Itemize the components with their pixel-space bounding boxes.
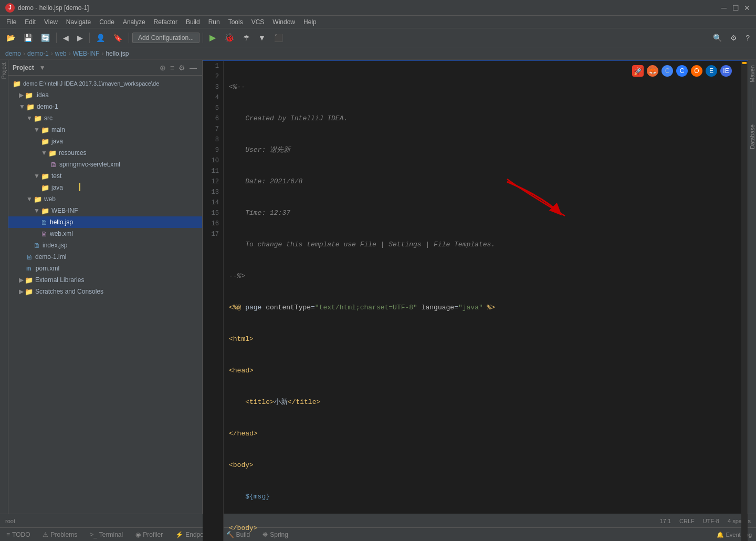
menu-code[interactable]: Code [95,17,119,27]
code-text-14b: ${msg} [245,492,270,502]
bottom-tab-terminal[interactable]: >_ Terminal [88,530,125,539]
main-folder-icon: 📁 [41,126,49,134]
chromium-icon[interactable]: C [676,65,688,77]
panel-collapse-button[interactable]: ≡ [169,63,175,73]
code-area[interactable]: 1 2 3 4 5 6 7 8 9 10 11 12 13 14 15 16 1 [203,61,748,541]
bookmark-button[interactable]: 🔖 [110,30,125,45]
tree-test[interactable]: ▼ 📁 test [8,170,202,182]
line-num-17: 17 [207,229,219,240]
code-content[interactable]: <%-- Created by IntelliJ IDEA. User: 谢先新… [224,61,741,541]
tree-main[interactable]: ▼ 📁 main [8,124,202,136]
tree-root[interactable]: 📁 demo E:\IntelliJ IDEA 2017.3.1\maven_w… [8,78,202,89]
menu-vcs[interactable]: VCS [247,17,269,27]
tree-index-jsp[interactable]: 🗎 index.jsp [8,240,202,251]
database-label[interactable]: Database [749,124,755,149]
code-line-14: ${msg} [229,492,736,502]
add-configuration-button[interactable]: Add Configuration... [132,33,200,43]
editor-wrapper[interactable]: 1 2 3 4 5 6 7 8 9 10 11 12 13 14 15 16 1 [203,61,748,541]
breadcrumb-webinf[interactable]: WEB-INF [73,50,100,57]
back-button[interactable]: ◀ [60,30,72,45]
tree-demo1[interactable]: ▼ 📁 demo-1 [8,101,202,112]
chrome-icon[interactable]: C [662,65,673,77]
window-controls[interactable]: ─ ☐ ✕ [720,4,751,12]
panel-hide-button[interactable]: — [188,63,198,73]
help-button[interactable]: ? [742,30,753,45]
profile-button[interactable]: 👤 [93,30,108,45]
open-button[interactable]: 📂 [3,30,18,45]
menu-analyze[interactable]: Analyze [119,17,150,27]
breadcrumb-web[interactable]: web [55,50,67,57]
code-text-14a [229,492,245,502]
debug-button[interactable]: 🐞 [221,30,238,45]
stop-button[interactable]: ⬛ [271,30,286,45]
endpoints-icon: ⚡ [175,531,183,538]
run-button[interactable]: ▶ [206,30,219,45]
sync-button[interactable]: 🔄 [38,30,53,45]
menu-refactor[interactable]: Refactor [150,17,182,27]
maven-label[interactable]: Maven [749,65,755,82]
tree-scratches[interactable]: ▶ 📁 Scratches and Consoles [8,286,202,297]
tree-test-java[interactable]: 📁 java [8,182,202,193]
bottom-tab-problems[interactable]: ⚠ Problems [40,530,79,539]
menu-navigate[interactable]: Navigate [62,17,95,27]
tree-src[interactable]: ▼ 📁 src [8,112,202,124]
code-text-10: <head> [229,366,254,376]
line-num-1: 1 [207,61,219,71]
tree-external-libs[interactable]: ▶ 📁 External Libraries [8,274,202,286]
tree-web[interactable]: ▼ 📁 web [8,193,202,205]
coverage-button[interactable]: ☂ [240,30,253,45]
tree-springmvc-xml[interactable]: 🗎 springmvc-servlet.xml [8,159,202,170]
panel-settings-button[interactable]: ⚙ [177,63,186,73]
code-text-6: To change this template use File | Setti… [229,240,495,250]
code-text-11a [229,397,245,408]
menu-file[interactable]: File [2,17,20,27]
menu-help[interactable]: Help [299,17,321,27]
line-num-5: 5 [207,103,219,113]
maximize-button[interactable]: ☐ [732,4,739,12]
tree-webinf[interactable]: ▼ 📁 WEB-INF [8,205,202,216]
bottom-tab-todo[interactable]: ≡ TODO [4,530,32,539]
tree-web-xml[interactable]: 🗎 web.xml [8,228,202,240]
editor-container: m pom.xml (demo) ✕ m pom.xml (demo-1) ✕ … [203,60,748,514]
forward-button[interactable]: ▶ [74,30,86,45]
line-num-12: 12 [207,176,219,187]
close-button[interactable]: ✕ [743,4,751,12]
code-line-3: User: 谢先新 [229,145,736,155]
menu-tools[interactable]: Tools [224,17,247,27]
breadcrumb-demo[interactable]: demo [5,50,21,57]
minimize-button[interactable]: ─ [720,4,728,12]
firefox-icon[interactable]: 🦊 [647,65,658,77]
breadcrumb-file[interactable]: hello.jsp [106,50,129,57]
breadcrumb-demo1[interactable]: demo-1 [27,50,49,57]
panel-dropdown-icon[interactable]: ▼ [39,64,46,71]
jetbrains-icon[interactable]: 🚀 [632,65,644,77]
tree-java[interactable]: 📁 java [8,136,202,147]
tree-hello-jsp[interactable]: 🗎 hello.jsp [8,216,202,228]
bottom-tab-profiler[interactable]: ◉ Profiler [133,530,165,539]
tree-pom-demo1[interactable]: m pom.xml [8,263,202,274]
opera-icon[interactable]: O [691,65,702,77]
line-num-2: 2 [207,71,219,82]
project-strip-label[interactable]: Project [1,63,7,79]
separator-4 [203,33,203,43]
line-num-3: 3 [207,82,219,92]
menu-window[interactable]: Window [268,17,299,27]
save-button[interactable]: 💾 [20,30,36,45]
webinf-expand-icon: ▼ [34,207,40,214]
project-panel: Project ▼ ⊕ ≡ ⚙ — 📁 demo E:\IntelliJ IDE… [8,60,203,514]
tree-demo1-iml[interactable]: 🗎 demo-1.iml [8,251,202,263]
menu-build[interactable]: Build [182,17,204,27]
panel-locate-button[interactable]: ⊕ [159,63,167,73]
menu-edit[interactable]: Edit [20,17,40,27]
settings-button[interactable]: ⚙ [727,30,740,45]
tree-resources[interactable]: ▼ 📁 resources [8,147,202,159]
search-everywhere-button[interactable]: 🔍 [710,30,725,45]
code-line-12: </head> [229,429,736,439]
more-run-button[interactable]: ▼ [255,30,269,45]
menu-view[interactable]: View [40,17,62,27]
ie-icon[interactable]: IE [720,65,732,77]
edge-icon[interactable]: E [706,65,717,77]
menu-run[interactable]: Run [204,17,224,27]
tree-idea[interactable]: ▶ 📁 .idea [8,89,202,101]
index-jsp-icon: 🗎 [34,242,40,249]
